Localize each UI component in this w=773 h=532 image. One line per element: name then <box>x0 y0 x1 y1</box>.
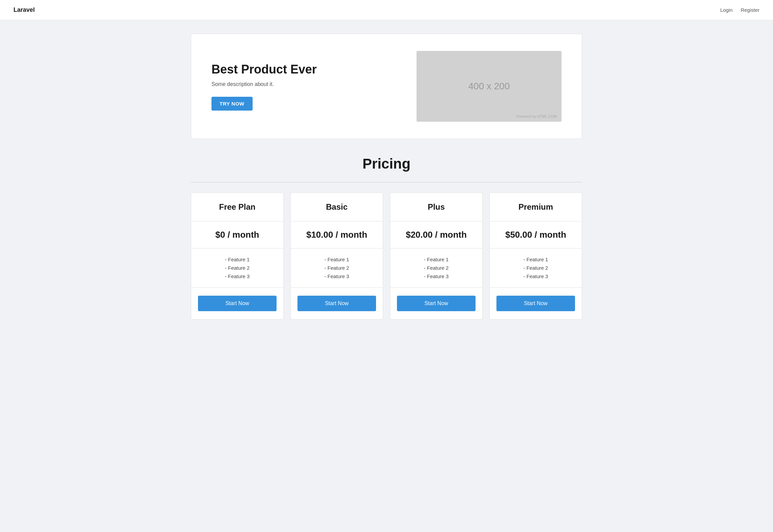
login-link[interactable]: Login <box>720 7 733 13</box>
pricing-card-premium: Premium$50.00 / month- Feature 1- Featur… <box>489 193 582 320</box>
card-feature: - Feature 1 <box>397 257 476 262</box>
card-price-section: $50.00 / month <box>490 221 582 248</box>
card-price-section: $20.00 / month <box>390 221 482 248</box>
card-feature: - Feature 3 <box>397 273 476 279</box>
try-now-button[interactable]: TRY NOW <box>211 97 253 111</box>
card-price: $0 / month <box>198 230 277 240</box>
card-feature: - Feature 3 <box>297 273 376 279</box>
card-features-section: - Feature 1- Feature 2- Feature 3 <box>291 248 383 288</box>
card-feature: - Feature 2 <box>198 265 277 271</box>
hero-image-size-label: 400 x 200 <box>468 81 510 92</box>
card-feature: - Feature 2 <box>297 265 376 271</box>
card-features-section: - Feature 1- Feature 2- Feature 3 <box>390 248 482 288</box>
card-header: Plus <box>390 193 482 221</box>
pricing-card-basic: Basic$10.00 / month- Feature 1- Feature … <box>290 193 383 320</box>
brand-logo: Laravel <box>13 6 35 13</box>
card-feature: - Feature 1 <box>496 257 575 262</box>
card-action-section: Start Now <box>291 288 383 319</box>
hero-card: Best Product Ever Some description about… <box>191 34 582 139</box>
card-header: Premium <box>490 193 582 221</box>
card-features-section: - Feature 1- Feature 2- Feature 3 <box>490 248 582 288</box>
hero-text: Best Product Ever Some description about… <box>211 62 403 111</box>
card-action-section: Start Now <box>490 288 582 319</box>
card-header: Free Plan <box>191 193 283 221</box>
card-feature: - Feature 1 <box>198 257 277 262</box>
card-price-section: $10.00 / month <box>291 221 383 248</box>
card-feature: - Feature 2 <box>397 265 476 271</box>
card-price: $20.00 / month <box>397 230 476 240</box>
start-now-button-2[interactable]: Start Now <box>397 296 476 311</box>
register-link[interactable]: Register <box>741 7 760 13</box>
card-feature: - Feature 3 <box>198 273 277 279</box>
hero-image: 400 x 200 Powered by HTML.COM <box>417 51 562 122</box>
pricing-cards: Free Plan$0 / month- Feature 1- Feature … <box>191 193 582 320</box>
pricing-card-plus: Plus$20.00 / month- Feature 1- Feature 2… <box>390 193 483 320</box>
navbar: Laravel Login Register <box>0 0 773 20</box>
pricing-card-free-plan: Free Plan$0 / month- Feature 1- Feature … <box>191 193 284 320</box>
pricing-title: Pricing <box>191 156 582 172</box>
card-plan-name: Free Plan <box>198 202 277 212</box>
start-now-button-1[interactable]: Start Now <box>297 296 376 311</box>
card-price-section: $0 / month <box>191 221 283 248</box>
hero-title: Best Product Ever <box>211 62 403 77</box>
card-action-section: Start Now <box>390 288 482 319</box>
nav-links: Login Register <box>720 7 760 13</box>
card-header: Basic <box>291 193 383 221</box>
pricing-section: Pricing Free Plan$0 / month- Feature 1- … <box>191 156 582 320</box>
card-features-section: - Feature 1- Feature 2- Feature 3 <box>191 248 283 288</box>
start-now-button-3[interactable]: Start Now <box>496 296 575 311</box>
card-feature: - Feature 1 <box>297 257 376 262</box>
hero-image-credit: Powered by HTML.COM <box>516 114 557 118</box>
main-content: Best Product Ever Some description about… <box>184 20 589 333</box>
card-action-section: Start Now <box>191 288 283 319</box>
card-price: $50.00 / month <box>496 230 575 240</box>
pricing-divider <box>191 182 582 182</box>
card-plan-name: Basic <box>297 202 376 212</box>
start-now-button-0[interactable]: Start Now <box>198 296 277 311</box>
card-feature: - Feature 2 <box>496 265 575 271</box>
card-feature: - Feature 3 <box>496 273 575 279</box>
card-plan-name: Premium <box>496 202 575 212</box>
hero-description: Some description about it. <box>211 81 403 87</box>
card-plan-name: Plus <box>397 202 476 212</box>
card-price: $10.00 / month <box>297 230 376 240</box>
